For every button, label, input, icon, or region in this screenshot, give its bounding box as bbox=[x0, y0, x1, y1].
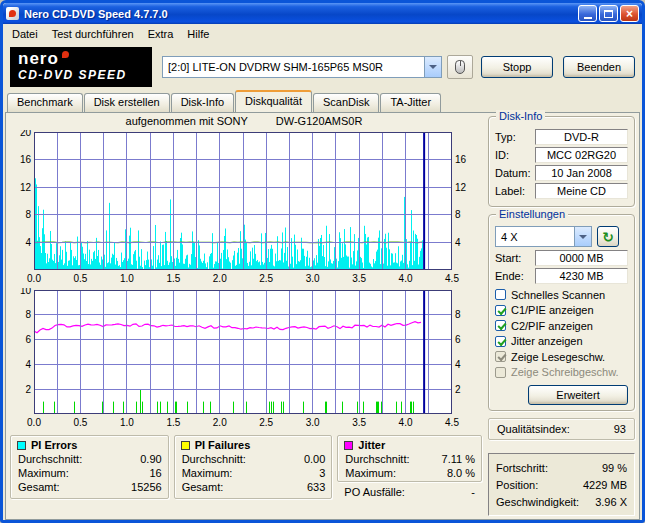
disk-info-group: Disk-Info Typ:DVD-R ID:MCC 02RG20 Datum:… bbox=[488, 116, 635, 207]
pi-errors-swatch bbox=[17, 441, 26, 450]
advanced-button[interactable]: Erweitert bbox=[528, 385, 628, 405]
options-list: Schnelles Scannen C1/PIE anzeigen C2/PIF… bbox=[495, 287, 628, 380]
checkbox-jitter-anzeigen[interactable]: Jitter anzeigen bbox=[495, 334, 628, 350]
recorder-device-text: DW-G120AMS0R bbox=[276, 115, 363, 127]
disk-date-value: 10 Jan 2008 bbox=[535, 165, 628, 181]
tab-disk-erstellen[interactable]: Disk erstellen bbox=[84, 93, 170, 112]
svg-text:4: 4 bbox=[455, 237, 461, 248]
chart-area: aufgenommen mit SONYDW-G120AMS0R 2016128… bbox=[8, 115, 484, 517]
checkbox-zeige-lesegeschw[interactable]: Zeige Lesegeschw. bbox=[495, 349, 628, 365]
svg-text:0.0: 0.0 bbox=[27, 273, 41, 284]
chevron-down-icon[interactable] bbox=[424, 57, 441, 77]
pi-failures-maximum: 3 bbox=[319, 467, 325, 479]
window-title: Nero CD-DVD Speed 4.7.7.0 bbox=[24, 8, 576, 20]
minimize-button[interactable] bbox=[578, 5, 597, 22]
svg-text:0.5: 0.5 bbox=[73, 417, 87, 428]
drive-select[interactable]: [2:0] LITE-ON DVDRW SHM-165P65 MS0R bbox=[162, 56, 442, 78]
window-controls: × bbox=[576, 5, 639, 22]
nero-logo: nero CD-DVD SPEED bbox=[10, 47, 152, 87]
po-failures-value: - bbox=[471, 486, 475, 498]
quit-button[interactable]: Beenden bbox=[563, 56, 635, 78]
tab-benchmark[interactable]: Benchmark bbox=[7, 93, 83, 112]
pi-errors-title: PI Errors bbox=[31, 439, 77, 451]
tab-disk-info[interactable]: Disk-Info bbox=[171, 93, 234, 112]
svg-text:2.5: 2.5 bbox=[259, 273, 273, 284]
svg-text:4: 4 bbox=[25, 237, 31, 248]
disk-id-value: MCC 02RG20 bbox=[535, 147, 628, 163]
disk-info-title: Disk-Info bbox=[496, 110, 545, 122]
menubar: Datei Test durchführen Extra Hilfe bbox=[3, 24, 642, 44]
svg-text:2.0: 2.0 bbox=[213, 273, 227, 284]
checkbox-c1-pie-anzeigen[interactable]: C1/PIE anzeigen bbox=[495, 303, 628, 319]
svg-text:2.5: 2.5 bbox=[259, 417, 273, 428]
app-icon bbox=[6, 7, 19, 20]
checkbox-c2-pif-anzeigen[interactable]: C2/PIF anzeigen bbox=[495, 318, 628, 334]
menu-test-durchfuehren[interactable]: Test durchführen bbox=[45, 25, 141, 43]
nero-logo-text: nero bbox=[18, 49, 59, 68]
svg-text:4.5: 4.5 bbox=[445, 273, 459, 284]
pi-failures-total: 633 bbox=[307, 481, 325, 493]
svg-text:2.0: 2.0 bbox=[213, 417, 227, 428]
svg-text:4: 4 bbox=[25, 359, 31, 370]
tabbar: Benchmark Disk erstellen Disk-Info Diskq… bbox=[3, 90, 642, 112]
jitter-stats-column: Jitter Durchschnitt:7.11 % Maximum:8.0 %… bbox=[337, 435, 482, 499]
svg-text:1.5: 1.5 bbox=[166, 417, 180, 428]
minimize-icon bbox=[584, 17, 592, 19]
menu-datei[interactable]: Datei bbox=[5, 25, 45, 43]
menu-hilfe[interactable]: Hilfe bbox=[180, 25, 216, 43]
svg-text:4.0: 4.0 bbox=[399, 273, 413, 284]
refresh-icon: ↻ bbox=[602, 230, 614, 244]
tab-ta-jitter[interactable]: TA-Jitter bbox=[380, 93, 441, 112]
checkbox-icon bbox=[495, 289, 506, 300]
end-value: 4230 MB bbox=[535, 268, 628, 284]
app-window: Nero CD-DVD Speed 4.7.7.0 × Datei Test d… bbox=[0, 0, 645, 523]
close-button[interactable]: × bbox=[620, 5, 639, 22]
svg-text:2: 2 bbox=[455, 384, 461, 395]
pi-failures-swatch bbox=[181, 441, 190, 450]
titlebar[interactable]: Nero CD-DVD Speed 4.7.7.0 × bbox=[3, 3, 642, 24]
speed-select[interactable]: 4 X bbox=[495, 226, 592, 247]
svg-text:6: 6 bbox=[455, 334, 461, 345]
svg-text:0.0: 0.0 bbox=[27, 417, 41, 428]
menu-extra[interactable]: Extra bbox=[141, 25, 181, 43]
svg-text:8: 8 bbox=[455, 309, 461, 320]
pi-failures-stats: PI Failures Durchschnitt:0.00 Maximum:3 … bbox=[174, 435, 333, 499]
tab-scandisk[interactable]: ScanDisk bbox=[313, 93, 379, 112]
progress-panel: Fortschritt:99 % Position:4229 MB Geschw… bbox=[488, 453, 635, 516]
svg-text:3.0: 3.0 bbox=[306, 273, 320, 284]
start-value: 0000 MB bbox=[535, 250, 628, 266]
pi-errors-total: 15256 bbox=[131, 481, 162, 493]
statistics: PI Errors Durchschnitt:0.90 Maximum:16 G… bbox=[8, 435, 484, 499]
checkbox-icon bbox=[495, 320, 506, 331]
mouse-icon bbox=[455, 60, 465, 74]
refresh-button[interactable]: ↻ bbox=[597, 226, 619, 247]
speed-select-value: 4 X bbox=[496, 227, 574, 246]
checkbox-schnelles-scannen[interactable]: Schnelles Scannen bbox=[495, 287, 628, 303]
quality-index-value: 93 bbox=[614, 423, 626, 435]
jitter-pif-chart: 10864286420.00.51.01.52.02.53.03.54.04.5 bbox=[8, 288, 480, 432]
stop-button[interactable]: Stopp bbox=[481, 56, 553, 78]
po-failures: PO Ausfälle: - bbox=[337, 484, 482, 499]
chevron-down-icon[interactable] bbox=[574, 227, 591, 246]
mouse-icon-button[interactable] bbox=[447, 55, 473, 79]
svg-text:1.5: 1.5 bbox=[166, 273, 180, 284]
drive-select-value: [2:0] LITE-ON DVDRW SHM-165P65 MS0R bbox=[163, 57, 424, 77]
svg-text:12: 12 bbox=[455, 182, 467, 193]
svg-text:4: 4 bbox=[455, 359, 461, 370]
maximize-button[interactable] bbox=[599, 5, 618, 22]
speed-value: 3.96 X bbox=[595, 496, 627, 508]
pi-failures-title: PI Failures bbox=[195, 439, 251, 451]
cdvd-speed-logo-text: CD-DVD SPEED bbox=[18, 68, 144, 83]
checkbox-zeige-schreibgeschw[interactable]: Zeige Schreibgeschw. bbox=[495, 365, 628, 381]
chart-annotation: aufgenommen mit SONYDW-G120AMS0R bbox=[8, 115, 480, 130]
progress-value: 99 % bbox=[602, 462, 627, 474]
svg-text:20: 20 bbox=[20, 130, 32, 138]
settings-title: Einstellungen bbox=[496, 208, 568, 220]
checkbox-icon bbox=[495, 351, 506, 362]
svg-text:8: 8 bbox=[25, 309, 31, 320]
svg-text:16: 16 bbox=[455, 154, 467, 165]
position-value: 4229 MB bbox=[583, 479, 627, 491]
jitter-average: 7.11 % bbox=[442, 453, 475, 465]
tab-diskqualitaet[interactable]: Diskqualität bbox=[235, 90, 312, 112]
quality-index-label: Qualitätsindex: bbox=[497, 423, 570, 435]
